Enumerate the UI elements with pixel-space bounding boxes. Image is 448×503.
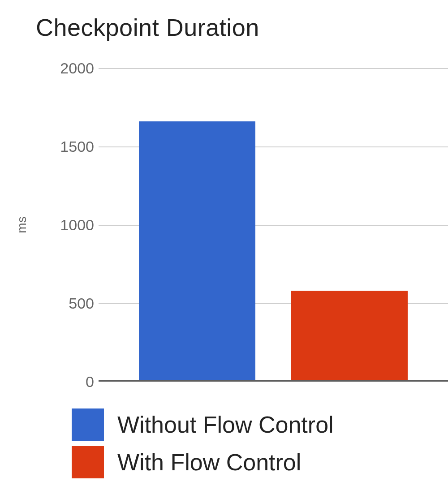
chart-area: ms 0 500 1000 1500 2000: [18, 50, 448, 400]
x-axis-baseline: [99, 380, 448, 382]
legend-swatch: [72, 446, 104, 478]
legend-item-without-flow-control: Without Flow Control: [72, 408, 439, 441]
legend-label: With Flow Control: [117, 449, 301, 476]
chart-page: Checkpoint Duration ms 0 500 1000 1500 2…: [0, 0, 448, 503]
legend-item-with-flow-control: With Flow Control: [72, 446, 439, 478]
bar-with-flow-control: [291, 291, 408, 382]
y-tick-label: 0: [27, 373, 94, 391]
y-tick-label: 2000: [27, 60, 94, 77]
bars-container: [99, 68, 448, 382]
chart-title: Checkpoint Duration: [36, 13, 439, 41]
plot-area: [99, 68, 448, 382]
legend: Without Flow Control With Flow Control: [72, 408, 439, 478]
legend-swatch: [72, 408, 104, 441]
legend-label: Without Flow Control: [117, 411, 334, 438]
y-tick-label: 500: [27, 295, 94, 312]
y-tick-label: 1500: [27, 138, 94, 155]
bar-without-flow-control: [139, 121, 255, 382]
y-tick-label: 1000: [27, 216, 94, 234]
